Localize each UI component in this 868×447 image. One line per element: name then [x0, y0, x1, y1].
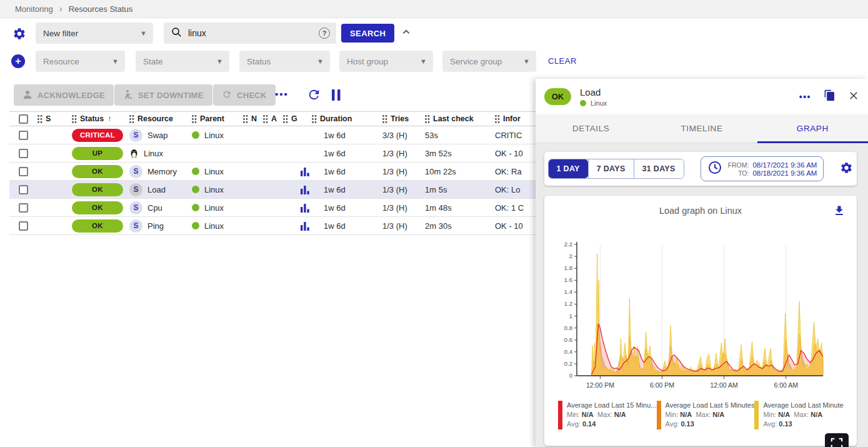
host-status-dot [192, 222, 199, 229]
host-status-dot [192, 186, 199, 193]
table-row[interactable]: OKSPingLinux1w 6d1/3 (H)2m 30sOK - 10 [9, 217, 536, 235]
column-header-n[interactable]: N [243, 114, 263, 123]
graph-settings-gear-icon[interactable] [840, 161, 853, 177]
column-header-tries[interactable]: Tries [382, 114, 425, 123]
column-header-resource[interactable]: Resource [129, 114, 192, 123]
row-checkbox[interactable] [19, 185, 28, 194]
breadcrumb-monitoring[interactable]: Monitoring [15, 4, 53, 14]
period-7days-button[interactable]: 7 DAYS [588, 159, 634, 178]
svg-text:1.6: 1.6 [564, 276, 572, 283]
panel-title: Load [580, 87, 799, 98]
downtime-icon [123, 89, 133, 101]
copy-link-icon[interactable] [824, 89, 836, 104]
tries-cell: 1/3 (H) [382, 221, 425, 231]
row-checkbox[interactable] [19, 131, 28, 140]
actions-toolbar: ACKNOWLEDGE SET DOWNTIME CHECK ••• [0, 84, 537, 106]
add-criteria-button[interactable]: + [11, 54, 25, 68]
resource-name: SLoad [129, 183, 192, 196]
help-icon[interactable]: ? [319, 28, 330, 39]
legend-color-bar [558, 401, 562, 429]
last-check-cell: 2m 30s [425, 221, 495, 231]
tries-cell: 3/3 (H) [382, 131, 425, 140]
person-icon [22, 89, 32, 101]
row-checkbox[interactable] [19, 167, 28, 176]
breadcrumb: Monitoring › Resources Status [0, 0, 868, 18]
column-header-a[interactable]: A [263, 114, 283, 123]
tab-timeline[interactable]: TIMELINE [646, 114, 757, 143]
period-1day-button[interactable]: 1 DAY [549, 159, 588, 178]
legend-item[interactable]: Average Load Last MinuteMin: N/A Max: N/… [754, 401, 844, 429]
criteria-hostgroup-select[interactable]: Host group▼ [339, 51, 433, 72]
row-checkbox[interactable] [19, 203, 28, 213]
panel-more-icon[interactable]: ••• [799, 92, 811, 102]
criteria-status-select[interactable]: Status▼ [239, 51, 330, 72]
column-header-status[interactable]: Status↑ [72, 114, 129, 123]
row-checkbox[interactable] [19, 221, 28, 231]
legend-series-name: Average Load Last 15 Minu... [567, 401, 657, 409]
parent-name: Linux [192, 203, 243, 213]
search-box[interactable]: ? [164, 23, 336, 44]
check-button[interactable]: CHECK [213, 84, 276, 106]
filter-settings-gear-icon[interactable] [12, 27, 26, 41]
column-header-s[interactable]: S [37, 114, 72, 123]
duration-cell: 1w 6d [312, 131, 382, 140]
service-badge: S [129, 219, 142, 233]
legend-item[interactable]: Average Load Last 5 MinutesMin: N/A Max:… [657, 401, 755, 429]
tab-details[interactable]: DETAILS [536, 114, 646, 143]
column-header-infor[interactable]: Infor [495, 114, 536, 123]
saved-filter-select[interactable]: New filter ▼ [36, 23, 153, 44]
column-header-g[interactable]: G [283, 114, 312, 123]
table-row[interactable]: UPLinux1w 6d1/3 (H)3m 52sOK - 10 [9, 144, 536, 163]
last-check-cell: 1m 5s [425, 185, 495, 194]
parent-name: Linux [192, 221, 243, 231]
chevron-down-icon: ▼ [216, 58, 223, 65]
service-badge: S [129, 183, 142, 196]
search-input[interactable] [188, 28, 319, 38]
fullscreen-icon[interactable] [825, 433, 849, 447]
tab-graph[interactable]: GRAPH [757, 114, 868, 143]
column-header-last-check[interactable]: Last check [425, 114, 495, 123]
svg-text:6:00 PM: 6:00 PM [650, 381, 674, 389]
acknowledge-button[interactable]: ACKNOWLEDGE [14, 84, 114, 106]
search-button[interactable]: SEARCH [341, 24, 394, 43]
close-icon[interactable] [848, 90, 859, 104]
legend-item[interactable]: Average Load Last 15 Minu...Min: N/A Max… [558, 401, 657, 429]
table-row[interactable]: OKSLoadLinux1w 6d1/3 (H)1m 5sOK: Lo [9, 181, 536, 199]
table-header: SStatus↑ResourceParentNAGDurationTriesLa… [9, 111, 536, 126]
clear-filters-button[interactable]: CLEAR [548, 56, 577, 66]
date-range-picker[interactable]: FROM: 08/17/2021 9:36 AM TO: 08/18/2021 … [701, 156, 824, 181]
service-badge: S [129, 165, 142, 178]
duration-cell: 1w 6d [312, 167, 382, 176]
svg-text:0.6: 0.6 [564, 336, 572, 343]
column-header-duration[interactable]: Duration [312, 114, 382, 123]
breadcrumb-resources-status[interactable]: Resources Status [69, 4, 133, 14]
row-checkbox[interactable] [19, 149, 28, 158]
criteria-resource-select[interactable]: Resource▼ [36, 51, 125, 72]
last-check-cell: 1m 48s [425, 203, 495, 213]
criteria-state-select[interactable]: State▼ [136, 51, 229, 72]
chevron-up-icon[interactable] [401, 26, 412, 40]
refresh-icon[interactable] [307, 88, 321, 104]
set-downtime-button[interactable]: SET DOWNTIME [114, 84, 212, 106]
load-chart[interactable]: 00.20.40.60.811.21.41.61.822.212:00 PM6:… [549, 238, 831, 392]
table-row[interactable]: OKSCpuLinux1w 6d1/3 (H)1m 48sOK: 1 C [9, 199, 536, 217]
information-cell: OK: Ra [495, 167, 536, 176]
duration-cell: 1w 6d [312, 203, 382, 213]
range-to-label: TO: [728, 169, 749, 177]
svg-text:1.8: 1.8 [564, 264, 572, 271]
chevron-down-icon: ▼ [140, 29, 147, 37]
last-check-cell: 10m 22s [425, 167, 495, 176]
pause-icon[interactable] [331, 89, 342, 104]
host-status-dot [192, 204, 199, 211]
status-pill: OK [72, 201, 123, 214]
period-31days-button[interactable]: 31 DAYS [634, 159, 684, 178]
svg-text:12:00 AM: 12:00 AM [710, 381, 737, 389]
download-icon[interactable] [833, 204, 846, 219]
criteria-servicegroup-select[interactable]: Service group▼ [442, 51, 536, 72]
duration-cell: 1w 6d [312, 149, 382, 158]
table-row[interactable]: CRITICALSSwapLinux1w 6d3/3 (H)53sCRITIC [9, 126, 536, 144]
select-all-checkbox[interactable] [19, 114, 28, 124]
column-header-parent[interactable]: Parent [192, 114, 243, 123]
more-actions-icon[interactable]: ••• [275, 89, 289, 99]
table-row[interactable]: OKSMemoryLinux1w 6d1/3 (H)10m 22sOK: Ra [9, 163, 536, 181]
